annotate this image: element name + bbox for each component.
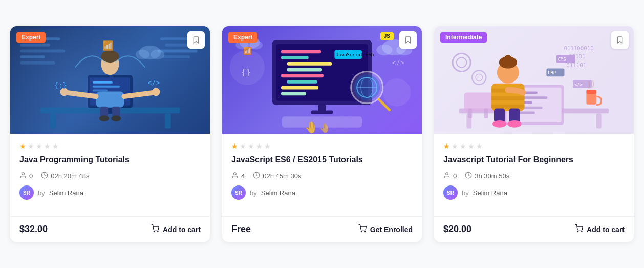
svg-point-36 xyxy=(136,49,149,59)
card-footer: Free Get Enrolled xyxy=(222,216,422,242)
author-name: Selim Rana xyxy=(473,189,507,197)
svg-point-38 xyxy=(22,173,25,175)
get-enrolled-button[interactable]: Get Enrolled xyxy=(358,224,413,235)
author-name: Selim Rana xyxy=(49,189,83,197)
add-to-cart-button[interactable]: Add to cart xyxy=(575,224,625,235)
svg-rect-113 xyxy=(491,105,524,109)
action-label: Add to cart xyxy=(587,225,625,234)
svg-point-26 xyxy=(60,88,69,96)
star-3: ★ xyxy=(36,142,42,150)
svg-point-78 xyxy=(361,231,361,232)
svg-rect-62 xyxy=(318,105,326,111)
star-rating: ★★★★★ xyxy=(443,142,625,150)
star-4: ★ xyxy=(256,142,263,150)
clock-icon xyxy=(253,172,260,180)
course-price: Free xyxy=(231,224,251,235)
course-card-2: JavaScript ES6 🤚 🤚 xyxy=(222,26,422,242)
students-count: 4 xyxy=(231,172,245,180)
clock-icon xyxy=(465,172,472,180)
svg-rect-14 xyxy=(93,81,113,84)
card-image-wrapper: {;} </> 📶 Expert xyxy=(10,26,210,134)
star-3: ★ xyxy=(460,142,466,150)
svg-text:📶: 📶 xyxy=(102,39,114,51)
svg-point-40 xyxy=(154,231,154,232)
bookmark-button[interactable] xyxy=(611,31,629,49)
svg-text:JavaScript ES6: JavaScript ES6 xyxy=(336,52,374,57)
svg-rect-46 xyxy=(281,50,321,53)
author-row: SR by Selim Rana xyxy=(443,185,625,200)
card-footer: $20.00 Add to cart xyxy=(434,216,634,242)
svg-rect-118 xyxy=(586,92,596,104)
card-body: ★★★★★JavaScript ES6 / ES2015 Tutorials 4… xyxy=(222,134,422,216)
svg-text:📶: 📶 xyxy=(243,47,252,55)
duration-value: 3h 30m 50s xyxy=(475,172,509,180)
svg-rect-50 xyxy=(281,74,324,77)
svg-point-90 xyxy=(453,53,470,71)
author-row: SR by Selim Rana xyxy=(231,185,413,200)
course-badge: Intermediate xyxy=(440,32,487,43)
author-avatar: SR xyxy=(19,185,34,200)
svg-text:</>: </> xyxy=(147,78,160,87)
svg-point-33 xyxy=(111,115,121,121)
meta-row: 0 02h 20m 48s xyxy=(19,172,201,180)
svg-text:</>: </> xyxy=(392,58,405,67)
cart-icon xyxy=(151,224,159,235)
svg-rect-9 xyxy=(40,107,180,113)
svg-rect-96 xyxy=(596,113,602,128)
course-title: Java Programming Tutorials xyxy=(19,154,201,166)
svg-rect-11 xyxy=(165,113,171,128)
bookmark-button[interactable] xyxy=(399,31,417,49)
star-4: ★ xyxy=(468,142,475,150)
course-badge: Expert xyxy=(228,32,257,43)
author-by-label: by xyxy=(462,189,469,197)
js-tag: JS xyxy=(380,32,394,40)
svg-point-27 xyxy=(152,88,160,96)
meta-row: 4 02h 45m 30s xyxy=(231,172,413,180)
bookmark-button[interactable] xyxy=(187,31,205,49)
star-2: ★ xyxy=(452,142,458,150)
svg-text:{;}: {;} xyxy=(54,80,67,89)
svg-text:🤚: 🤚 xyxy=(305,121,318,134)
author-row: SR by Selim Rana xyxy=(19,185,201,200)
svg-point-76 xyxy=(234,173,237,175)
action-label: Get Enrolled xyxy=(370,225,413,234)
svg-text:🤚: 🤚 xyxy=(319,122,331,134)
svg-point-35 xyxy=(139,46,161,59)
star-rating: ★★★★★ xyxy=(231,142,413,150)
author-avatar: SR xyxy=(443,185,458,200)
svg-point-123 xyxy=(582,231,582,232)
duration-item: 02h 45m 30s xyxy=(253,172,301,180)
card-image-wrapper: 011100010 00101 011101 CMS PHP </> C:/ xyxy=(434,26,634,134)
add-to-cart-button[interactable]: Add to cart xyxy=(151,224,201,235)
author-by-label: by xyxy=(38,189,45,197)
star-5: ★ xyxy=(264,142,271,150)
course-card-1: {;} </> 📶 Expert★★★★★Java Programming Tu… xyxy=(10,26,210,242)
students-icon xyxy=(231,172,239,180)
svg-rect-23 xyxy=(96,91,124,107)
svg-point-32 xyxy=(99,115,110,121)
students-icon xyxy=(443,172,450,180)
meta-row: 0 3h 30m 50s xyxy=(443,172,625,180)
svg-rect-115 xyxy=(509,108,520,122)
star-1: ★ xyxy=(443,142,450,150)
card-body: ★★★★★Javascript Tutorial For Beginners 0… xyxy=(434,134,634,216)
star-5: ★ xyxy=(52,142,59,150)
svg-rect-4 xyxy=(20,61,55,65)
svg-rect-17 xyxy=(93,93,118,95)
star-1: ★ xyxy=(231,142,238,150)
svg-rect-51 xyxy=(287,80,317,84)
svg-point-37 xyxy=(151,49,164,59)
svg-rect-3 xyxy=(20,55,46,58)
course-badge: Expert xyxy=(16,32,46,43)
svg-rect-119 xyxy=(586,90,596,94)
svg-rect-63 xyxy=(311,110,333,114)
svg-point-79 xyxy=(364,231,365,232)
students-value: 4 xyxy=(241,172,245,180)
svg-line-24 xyxy=(65,92,96,96)
svg-point-93 xyxy=(476,74,483,81)
svg-rect-48 xyxy=(287,62,332,66)
students-value: 0 xyxy=(29,172,33,180)
svg-point-22 xyxy=(101,50,119,62)
svg-point-92 xyxy=(472,70,486,84)
svg-point-70 xyxy=(376,45,392,55)
